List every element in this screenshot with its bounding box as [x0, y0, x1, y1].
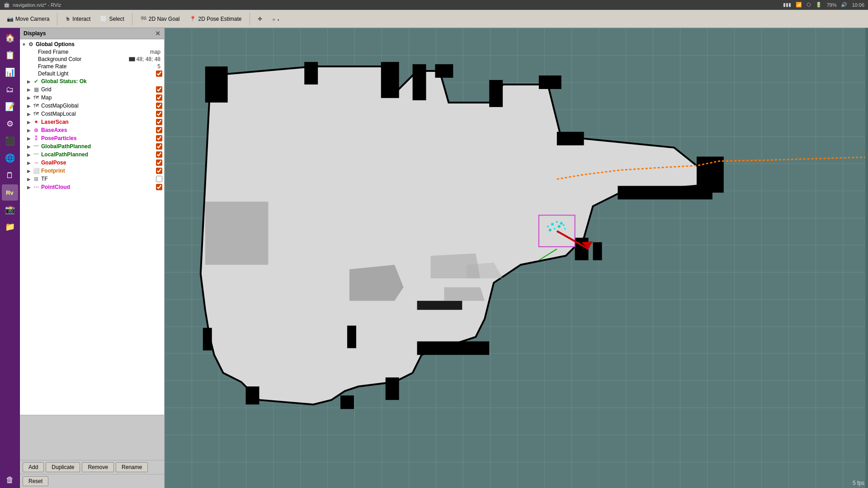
global-status-label: Global Status: Ok [41, 78, 162, 84]
laser-scan-row[interactable]: ▶ ⁕ LaserScan [20, 118, 164, 126]
goal-pose-row[interactable]: ▶ → GoalPose [20, 159, 164, 167]
pose-particles-checkbox[interactable] [156, 135, 162, 141]
costmap-local-checkbox[interactable] [156, 111, 162, 117]
displays-panel: Displays ✕ ▼ ⚙ Global Options Fixed Fram… [20, 28, 165, 488]
grid-arrow: ▶ [27, 87, 33, 92]
grid-checkbox[interactable] [156, 86, 162, 93]
svg-point-32 [563, 224, 565, 226]
displays-tree: ▼ ⚙ Global Options Fixed Frame map Backg… [20, 39, 164, 415]
clock: 10:06 [852, 2, 864, 8]
costmap-global-row[interactable]: ▶ 🗺 CostMapGlobal [20, 102, 164, 110]
bg-color-row[interactable]: Background Color 48; 48; 48 [20, 56, 164, 63]
grid-label: Grid [41, 86, 156, 93]
nav-goal-button[interactable]: 🏁 2D Nav Goal [136, 14, 184, 24]
global-options-row[interactable]: ▼ ⚙ Global Options [20, 40, 164, 48]
tf-checkbox[interactable] [156, 176, 162, 182]
footprint-checkbox[interactable] [156, 168, 162, 174]
sidebar-rviz-btn[interactable]: Rv [2, 184, 18, 201]
costmap-global-checkbox[interactable] [156, 103, 162, 109]
frame-rate-row[interactable]: Frame Rate 5 [20, 63, 164, 70]
sidebar-list-btn[interactable]: 📋 [2, 47, 18, 63]
svg-rect-16 [246, 386, 259, 404]
fixed-frame-row[interactable]: Fixed Frame map [20, 48, 164, 56]
grid-row[interactable]: ▶ ▦ Grid [20, 85, 164, 94]
global-path-label: GlobalPathPlanned [41, 143, 156, 150]
svg-rect-15 [340, 395, 354, 409]
bg-color-value: 48; 48; 48 [137, 56, 160, 62]
sidebar-folder-btn[interactable]: 📁 [2, 219, 18, 235]
svg-point-31 [554, 228, 556, 230]
sidebar-vscode-btn[interactable]: 🗒 [2, 167, 18, 183]
goal-pose-checkbox[interactable] [156, 160, 162, 166]
global-options-label: Global Options [36, 41, 162, 47]
global-status-row[interactable]: ▶ ✔ Global Status: Ok [20, 77, 164, 85]
costmap-global-icon: 🗺 [33, 102, 40, 109]
svg-rect-8 [557, 132, 584, 145]
pointcloud-label: PointCloud [41, 184, 156, 190]
default-light-row[interactable]: Default Light [20, 70, 164, 77]
battery-label: 79% [826, 2, 836, 8]
displays-buttons-bar: Add Duplicate Remove Rename [20, 460, 164, 474]
reset-button[interactable]: Reset [23, 476, 48, 486]
global-path-icon: 〰 [33, 143, 40, 150]
rename-button[interactable]: Rename [116, 462, 148, 472]
base-axes-row[interactable]: ▶ ⊕ BaseAxes [20, 126, 164, 134]
reset-bar: Reset [20, 474, 164, 488]
extra-btn-2[interactable]: ⬦ ▾ [268, 14, 284, 24]
global-path-row[interactable]: ▶ 〰 GlobalPathPlanned [20, 142, 164, 150]
svg-rect-17 [203, 328, 212, 351]
interact-button[interactable]: 🖱 Interact [61, 14, 94, 24]
local-path-checkbox[interactable] [156, 151, 162, 158]
sidebar-browser-btn[interactable]: 🌐 [2, 150, 18, 166]
move-camera-label: Move Camera [15, 16, 49, 22]
extra-btn-1[interactable]: ✛ [254, 14, 266, 24]
remove-button[interactable]: Remove [82, 462, 114, 472]
global-path-checkbox[interactable] [156, 143, 162, 150]
pointcloud-icon: ⋯ [33, 183, 40, 191]
sidebar-home-btn[interactable]: 🏠 [2, 30, 18, 46]
add-button[interactable]: Add [23, 462, 44, 472]
displays-close-button[interactable]: ✕ [155, 30, 160, 37]
costmap-local-row[interactable]: ▶ 🗺 CostMapLocal [20, 110, 164, 118]
svg-rect-2 [304, 62, 318, 84]
sidebar-terminal-btn[interactable]: ⬛ [2, 133, 18, 149]
svg-rect-11 [575, 238, 589, 260]
map-row[interactable]: ▶ 🗺 Map [20, 94, 164, 102]
local-path-row[interactable]: ▶ 〰 LocalPathPlanned [20, 150, 164, 159]
sidebar-table-btn[interactable]: 📊 [2, 64, 18, 80]
footprint-row[interactable]: ▶ ⬜ Footprint [20, 167, 164, 175]
svg-rect-4 [413, 64, 426, 100]
duplicate-button[interactable]: Duplicate [46, 462, 80, 472]
laser-scan-checkbox[interactable] [156, 119, 162, 125]
map-checkbox[interactable] [156, 94, 162, 101]
displays-title: Displays [24, 30, 46, 37]
local-path-arrow: ▶ [27, 152, 33, 157]
default-light-checkbox[interactable] [156, 70, 162, 77]
svg-rect-3 [381, 62, 399, 98]
svg-marker-21 [349, 265, 404, 301]
viewport[interactable]: 5 fps [165, 28, 868, 488]
svg-rect-1 [205, 66, 228, 103]
displays-header: Displays ✕ [20, 28, 164, 39]
laser-scan-arrow: ▶ [27, 120, 33, 125]
sidebar-text-btn[interactable]: 📝 [2, 99, 18, 115]
pose-estimate-button[interactable]: 📍 2D Pose Estimate [185, 14, 245, 24]
base-axes-checkbox[interactable] [156, 127, 162, 133]
pose-estimate-label: 2D Pose Estimate [198, 16, 241, 22]
sidebar-camera-btn[interactable]: 📸 [2, 202, 18, 218]
svg-marker-23 [444, 287, 485, 301]
move-camera-button[interactable]: 📷 Move Camera [3, 14, 53, 24]
sidebar-layers-btn[interactable]: 🗂 [2, 81, 18, 98]
sidebar-settings-btn[interactable]: ⚙ [2, 116, 18, 132]
pose-particles-row[interactable]: ▶ ⁑ PoseParticles [20, 134, 164, 142]
svg-rect-12 [593, 242, 602, 260]
pointcloud-row[interactable]: ▶ ⋯ PointCloud [20, 183, 164, 191]
sidebar-trash-btn[interactable]: 🗑 [2, 472, 18, 488]
global-status-arrow: ▶ [27, 79, 33, 84]
pointcloud-checkbox[interactable] [156, 184, 162, 190]
tf-row[interactable]: ▶ ⊞ TF [20, 175, 164, 183]
toolbar-separator-2 [132, 13, 132, 25]
viewport-resize-handle[interactable] [865, 28, 868, 488]
select-button[interactable]: ⬜ Select [96, 14, 128, 24]
fixed-frame-label: Fixed Frame [38, 49, 150, 55]
